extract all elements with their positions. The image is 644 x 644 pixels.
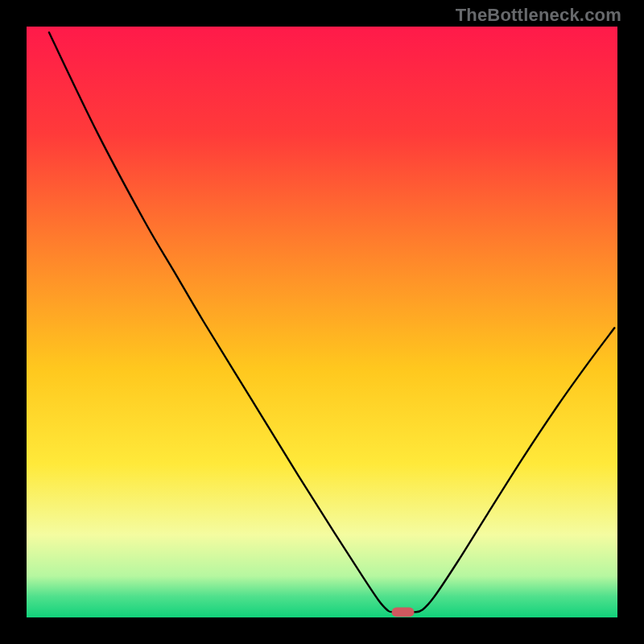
bottleneck-curve-chart	[27, 27, 617, 617]
gradient-background	[27, 27, 617, 617]
optimal-marker	[392, 608, 415, 617]
chart-frame: TheBottleneck.com	[0, 0, 644, 644]
plot-area	[27, 27, 617, 617]
watermark-label: TheBottleneck.com	[456, 5, 621, 26]
